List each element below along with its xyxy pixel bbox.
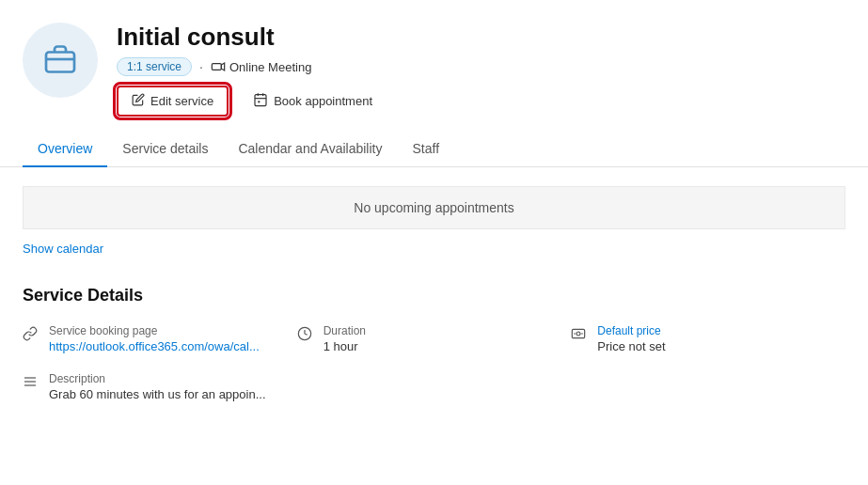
link-icon xyxy=(23,326,38,341)
svg-rect-4 xyxy=(255,95,266,106)
details-grid: Service booking page https://outlook.off… xyxy=(23,324,845,401)
booking-page-value[interactable]: https://outlook.office365.com/owa/cal... xyxy=(49,339,260,353)
avatar xyxy=(23,23,98,98)
service-details-section: Service Details Service booking page htt… xyxy=(23,286,845,401)
price-label: Default price xyxy=(597,324,665,337)
service-details-title: Service Details xyxy=(23,286,845,305)
no-appointments-text: No upcoming appointments xyxy=(354,200,513,215)
edit-service-label: Edit service xyxy=(150,94,213,108)
tab-overview[interactable]: Overview xyxy=(23,132,107,167)
book-appointment-button[interactable]: Book appointment xyxy=(240,86,386,116)
svg-rect-8 xyxy=(259,101,260,102)
header-section: Initial consult 1:1 service · Online Mee… xyxy=(0,0,868,132)
svg-point-11 xyxy=(576,332,580,336)
currency-icon xyxy=(571,326,586,341)
duration-label: Duration xyxy=(324,324,366,337)
tab-staff[interactable]: Staff xyxy=(397,132,454,167)
actions-row: Edit service Book appointment xyxy=(117,86,386,117)
header-info: Initial consult 1:1 service · Online Mee… xyxy=(117,23,386,117)
main-content: No upcoming appointments Show calendar S… xyxy=(0,186,868,401)
online-meeting-icon xyxy=(211,59,226,74)
description-content: Description Grab 60 minutes with us for … xyxy=(49,372,266,401)
price-item: Default price Price not set xyxy=(571,324,845,353)
tab-calendar-availability[interactable]: Calendar and Availability xyxy=(223,132,397,167)
online-meeting-badge: Online Meeting xyxy=(211,59,311,74)
svg-rect-3 xyxy=(212,64,221,70)
price-value: Price not set xyxy=(597,339,665,353)
clock-icon xyxy=(297,326,312,341)
tab-service-details[interactable]: Service details xyxy=(107,132,223,167)
online-meeting-label: Online Meeting xyxy=(229,60,311,74)
show-calendar-link[interactable]: Show calendar xyxy=(23,242,103,256)
page-title: Initial consult xyxy=(117,23,386,52)
pencil-icon xyxy=(132,93,145,109)
duration-content: Duration 1 hour xyxy=(324,324,366,353)
book-appointment-label: Book appointment xyxy=(274,94,372,108)
service-badge: 1:1 service xyxy=(117,57,192,76)
svg-rect-0 xyxy=(46,52,74,71)
appointments-banner: No upcoming appointments xyxy=(23,186,845,229)
description-value: Grab 60 minutes with us for an appoin... xyxy=(49,387,266,401)
description-item: Description Grab 60 minutes with us for … xyxy=(23,372,297,401)
booking-page-item: Service booking page https://outlook.off… xyxy=(23,324,297,353)
booking-page-content: Service booking page https://outlook.off… xyxy=(49,324,260,353)
booking-page-label: Service booking page xyxy=(49,324,260,337)
badges-row: 1:1 service · Online Meeting xyxy=(117,57,386,76)
menu-lines-icon xyxy=(23,374,38,389)
duration-item: Duration 1 hour xyxy=(297,324,572,353)
price-content: Default price Price not set xyxy=(597,324,665,353)
tabs-nav: Overview Service details Calendar and Av… xyxy=(0,132,868,167)
dot-separator: · xyxy=(199,59,203,74)
duration-value: 1 hour xyxy=(324,339,366,353)
briefcase-icon xyxy=(43,42,77,79)
calendar-box-icon xyxy=(253,92,268,110)
description-label: Description xyxy=(49,372,266,385)
edit-service-button[interactable]: Edit service xyxy=(117,86,229,117)
